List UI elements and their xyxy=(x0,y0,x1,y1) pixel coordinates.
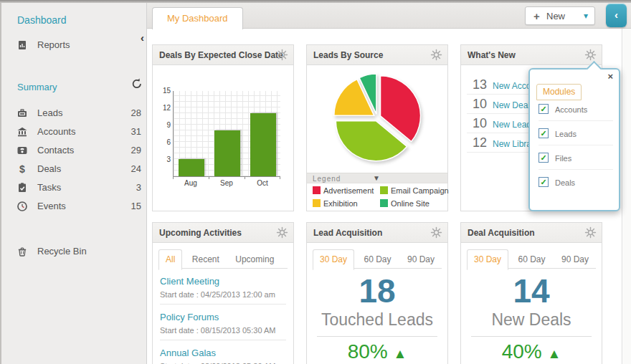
gear-icon[interactable] xyxy=(276,49,288,61)
new-button-label: New xyxy=(546,11,565,21)
sidebar-item-label: Tasks xyxy=(37,182,61,193)
legend-swatch xyxy=(313,199,321,207)
kpi-change-value: 40% xyxy=(502,340,542,363)
dollar-icon: $ xyxy=(16,163,28,175)
close-icon[interactable]: × xyxy=(607,71,613,82)
tab-my-dashboard[interactable]: My Dashboard xyxy=(152,7,243,29)
gear-icon[interactable] xyxy=(430,49,442,61)
gear-icon[interactable] xyxy=(584,226,597,239)
tab-all[interactable]: All xyxy=(158,249,182,270)
chevron-down-icon: ▾ xyxy=(584,11,588,21)
kpi-change: 80% ▲ xyxy=(307,340,447,363)
tab-recent[interactable]: Recent xyxy=(186,250,226,269)
sidebar-collapse-chevron-icon[interactable]: ‹ xyxy=(141,32,144,44)
new-button[interactable]: + New ▾ xyxy=(525,6,595,25)
x-axis-label: Sep xyxy=(209,179,245,187)
y-axis-tick: 3 xyxy=(156,155,171,163)
activity-link[interactable]: Client Meeting xyxy=(160,276,286,287)
checkbox-checked[interactable]: ✓ xyxy=(539,177,549,187)
legend-item-label: Advertisement xyxy=(323,186,374,195)
sidebar-item-count: 29 xyxy=(131,145,141,155)
sidebar-item-label: Deals xyxy=(37,163,61,174)
sidebar-item-tasks[interactable]: Tasks 3 xyxy=(1,178,148,197)
modules-popup: × Modules ✓ Accounts ✓ Leads ✓ Files ✓ D… xyxy=(528,68,620,211)
bar xyxy=(214,130,240,176)
contact-card-icon xyxy=(16,145,28,156)
svg-text:$: $ xyxy=(19,163,25,175)
whats-new-count: 12 xyxy=(468,135,487,150)
checkbox-label: Accounts xyxy=(555,105,587,114)
sidebar-item-label: Reports xyxy=(37,39,70,50)
widget-title: Lead Acquisition xyxy=(313,228,382,238)
bar-xlabels: AugSepOct xyxy=(173,177,280,187)
legend-toggle-triangle-icon[interactable]: ▼ xyxy=(373,174,380,182)
widget-header: Leads By Source xyxy=(307,45,447,65)
activity-link[interactable]: Policy Forums xyxy=(160,312,286,322)
whats-new-link[interactable]: New Deal xyxy=(493,100,530,110)
gear-icon[interactable] xyxy=(430,226,442,239)
sidebar-item-leads[interactable]: Leads 28 xyxy=(1,104,148,123)
x-axis-label: Aug xyxy=(173,179,209,187)
tab-30-day[interactable]: 30 Day xyxy=(313,249,354,270)
checkbox-label: Deals xyxy=(555,178,575,187)
widget-lead-acquisition: Lead Acquisition 30 Day 60 Day 90 Day 18… xyxy=(306,222,448,364)
sidebar-item-count: 28 xyxy=(131,107,141,118)
tab-90-day[interactable]: 90 Day xyxy=(555,250,595,269)
pie-chart xyxy=(313,65,442,173)
whats-new-link[interactable]: New Acco xyxy=(493,81,531,91)
sidebar-item-deals[interactable]: $ Deals 24 xyxy=(1,160,148,178)
divider xyxy=(471,336,592,337)
task-clipboard-icon xyxy=(16,182,28,193)
kpi-value: 18 xyxy=(307,272,447,310)
bar xyxy=(179,159,204,176)
tab-90-day[interactable]: 90 Day xyxy=(401,250,441,269)
sidebar-item-reports[interactable]: Reports xyxy=(1,36,148,54)
legend-swatch xyxy=(380,186,388,194)
checkbox-checked[interactable]: ✓ xyxy=(539,104,549,114)
clock-icon xyxy=(16,201,28,212)
sidebar-item-contacts[interactable]: Contacts 29 xyxy=(1,141,148,160)
sidebar-title-dashboard[interactable]: Dashboard xyxy=(17,14,67,26)
refresh-icon[interactable] xyxy=(131,77,143,90)
popup-tab-modules[interactable]: Modules xyxy=(536,84,582,100)
activity-link[interactable]: Annual Galas xyxy=(160,348,286,358)
plus-icon: + xyxy=(533,10,540,22)
legend-label: Legend xyxy=(313,175,341,183)
activity-item: Policy Forums Start date : 08/15/2013 05… xyxy=(160,312,286,340)
widget-leads-by-source: Leads By Source Legend ▼ Advert xyxy=(306,44,448,211)
widget-title: Deal Acquisition xyxy=(468,228,535,238)
checkbox-checked[interactable]: ✓ xyxy=(539,128,549,138)
deal-acq-body: 30 Day 60 Day 90 Day 14 New Deals 40% ▲ … xyxy=(461,249,602,364)
widget-header: Deal Acquisition xyxy=(461,223,602,243)
widget-title: Upcoming Activities xyxy=(159,228,242,238)
sidebar-item-recycle-bin[interactable]: Recycle Bin xyxy=(1,242,148,261)
whats-new-link[interactable]: New Libra xyxy=(493,139,531,149)
checkbox-checked[interactable]: ✓ xyxy=(539,153,549,163)
legend-item-label: Exhibition xyxy=(323,199,358,208)
sidebar-item-accounts[interactable]: Accounts 31 xyxy=(1,123,148,141)
legend-item-label: Online Site xyxy=(391,199,430,208)
sidebar-summary-heading[interactable]: Summary xyxy=(17,82,57,92)
widget-title: What's New xyxy=(468,50,516,60)
widget-header: Upcoming Activities xyxy=(153,223,293,243)
kpi-label: New Deals xyxy=(461,310,602,330)
gear-icon[interactable] xyxy=(276,226,288,239)
widget-title: Leads By Source xyxy=(313,50,383,60)
sidebar-item-events[interactable]: Events 15 xyxy=(1,197,148,216)
tab-30-day[interactable]: 30 Day xyxy=(467,249,508,270)
trend-up-icon: ▲ xyxy=(548,346,561,361)
y-axis-tick: 9 xyxy=(156,121,171,129)
gear-icon[interactable] xyxy=(584,49,597,61)
lead-acq-body: 30 Day 60 Day 90 Day 18 Touched Leads 80… xyxy=(307,249,447,364)
legend-bar: Legend ▼ xyxy=(307,173,447,183)
legend-swatch xyxy=(380,199,388,207)
sidebar-item-label: Contacts xyxy=(37,145,74,155)
whats-new-link[interactable]: New Lead xyxy=(493,120,531,130)
tab-60-day[interactable]: 60 Day xyxy=(511,250,551,269)
tab-60-day[interactable]: 60 Day xyxy=(357,250,397,269)
whats-new-count: 10 xyxy=(468,97,487,112)
activity-item: Client Meeting Start date : 04/25/2013 1… xyxy=(160,276,286,305)
bank-icon xyxy=(16,126,28,138)
panel-collapse-button[interactable]: ‹ xyxy=(606,4,627,27)
tab-upcoming[interactable]: Upcoming xyxy=(229,250,280,269)
